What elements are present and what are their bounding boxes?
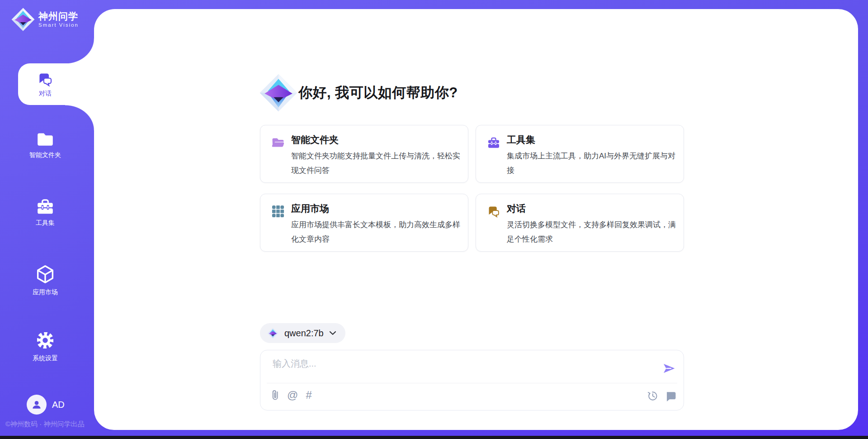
model-name: qwen2:7b xyxy=(284,328,324,339)
card-chat[interactable]: 对话 灵活切换多模型文件，支持多样回复效果调试，满足个性化需求 xyxy=(476,194,684,252)
card-title: 工具集 xyxy=(507,133,535,147)
composer-divider xyxy=(267,383,677,383)
person-icon xyxy=(31,399,42,410)
sidebar-item-label: 工具集 xyxy=(36,219,55,227)
main-panel: 你好, 我可以如何帮助你? 智能文件夹 智能文件夹功能支持批量文件上传与清洗，轻… xyxy=(94,9,858,430)
tab-fillet-top xyxy=(65,38,94,64)
paperclip-icon xyxy=(271,389,279,401)
sidebar-item-label: 系统设置 xyxy=(33,354,58,363)
sidebar-item-chat[interactable]: 对话 xyxy=(18,63,94,105)
model-selector[interactable]: qwen2:7b xyxy=(260,323,345,343)
card-title: 应用市场 xyxy=(291,202,329,215)
mention-button[interactable]: @ xyxy=(287,389,298,401)
greeting-text: 你好, 我可以如何帮助你? xyxy=(298,83,458,102)
feedback-bubble-icon xyxy=(665,390,677,402)
screen-bottom-edge xyxy=(0,436,868,439)
grid-market-icon xyxy=(271,205,285,218)
user-initials: AD xyxy=(52,400,65,410)
card-description: 集成市场上主流工具，助力AI与外界无缝扩展与对接 xyxy=(507,149,678,178)
avatar xyxy=(27,395,47,415)
diamond-logo-icon xyxy=(267,328,278,339)
card-description: 应用市场提供丰富长文本模板，助力高效生成多样化文章内容 xyxy=(291,218,462,247)
cube-icon xyxy=(35,264,55,285)
card-smart-folder[interactable]: 智能文件夹 智能文件夹功能支持批量文件上传与清洗，轻松实现文件问答 xyxy=(260,125,468,183)
card-description: 智能文件夹功能支持批量文件上传与清洗，轻松实现文件问答 xyxy=(291,149,462,178)
folder-icon xyxy=(36,130,55,148)
chat-bubbles-icon xyxy=(37,71,53,87)
topic-button[interactable]: # xyxy=(306,389,311,401)
at-icon: @ xyxy=(287,389,298,401)
toolbox-icon xyxy=(487,136,500,149)
attach-file-button[interactable] xyxy=(271,389,279,401)
history-button[interactable] xyxy=(646,390,659,402)
history-icon xyxy=(646,390,659,402)
sidebar: 神州问学 Smart Vision 对话 智能文件夹 xyxy=(0,0,94,439)
chat-bubbles-icon xyxy=(487,205,500,218)
sidebar-item-label: 应用市场 xyxy=(33,288,58,296)
brand-subtitle: Smart Vision xyxy=(38,22,79,29)
sidebar-item-system-settings[interactable]: 系统设置 xyxy=(0,330,90,363)
send-button[interactable] xyxy=(662,361,676,376)
tab-fillet-bottom xyxy=(65,105,94,130)
brand: 神州问学 Smart Vision xyxy=(11,7,79,32)
sidebar-item-label: 智能文件夹 xyxy=(29,151,61,159)
card-description: 灵活切换多模型文件，支持多样回复效果调试，满足个性化需求 xyxy=(507,218,678,247)
sidebar-item-toolset[interactable]: 工具集 xyxy=(0,197,90,227)
composer-tools-right xyxy=(646,390,677,402)
diamond-logo-icon xyxy=(259,73,298,113)
greeting-block: 你好, 我可以如何帮助你? xyxy=(259,73,458,113)
chevron-down-icon xyxy=(329,331,336,335)
diamond-logo-icon xyxy=(11,7,35,32)
card-title: 智能文件夹 xyxy=(291,133,339,147)
toolbox-icon xyxy=(36,197,55,215)
card-title: 对话 xyxy=(507,202,526,215)
gear-icon xyxy=(35,330,56,351)
feedback-button[interactable] xyxy=(665,390,677,402)
message-input[interactable] xyxy=(272,357,653,381)
send-icon xyxy=(662,361,676,376)
composer-tools-left: @ # xyxy=(271,389,312,401)
sidebar-item-label: 对话 xyxy=(39,90,52,98)
feature-cards: 智能文件夹 智能文件夹功能支持批量文件上传与清洗，轻松实现文件问答 xyxy=(260,125,684,252)
card-app-market[interactable]: 应用市场 应用市场提供丰富长文本模板，助力高效生成多样化文章内容 xyxy=(260,194,468,252)
message-composer: @ # xyxy=(260,350,684,410)
copyright: ©神州数码 · 神州问学出品 xyxy=(5,420,84,429)
sidebar-item-app-market[interactable]: 应用市场 xyxy=(0,264,90,296)
folder-open-icon xyxy=(271,136,285,149)
app-window: 神州问学 Smart Vision 对话 智能文件夹 xyxy=(0,0,868,439)
hash-icon: # xyxy=(306,389,311,401)
brand-title: 神州问学 xyxy=(38,11,79,22)
sidebar-item-smart-folder[interactable]: 智能文件夹 xyxy=(0,130,90,159)
card-toolset[interactable]: 工具集 集成市场上主流工具，助力AI与外界无缝扩展与对接 xyxy=(476,125,684,183)
user-account[interactable]: AD xyxy=(27,395,65,415)
